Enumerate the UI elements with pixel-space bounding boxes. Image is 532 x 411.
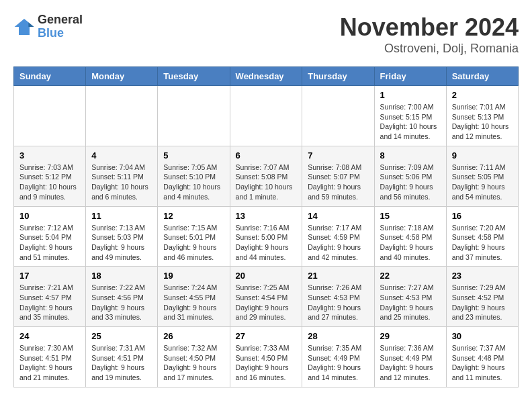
day-info: Sunrise: 7:37 AM Sunset: 4:48 PM Dayligh… xyxy=(452,343,513,383)
calendar-cell: 21Sunrise: 7:26 AM Sunset: 4:53 PM Dayli… xyxy=(302,267,374,327)
day-info: Sunrise: 7:30 AM Sunset: 4:51 PM Dayligh… xyxy=(19,343,80,383)
calendar-cell xyxy=(302,86,374,146)
calendar-cell xyxy=(230,86,302,146)
day-info: Sunrise: 7:27 AM Sunset: 4:53 PM Dayligh… xyxy=(380,283,441,322)
day-number: 15 xyxy=(380,211,441,221)
day-info: Sunrise: 7:01 AM Sunset: 5:13 PM Dayligh… xyxy=(452,102,513,142)
day-number: 2 xyxy=(452,90,513,100)
day-number: 25 xyxy=(91,331,152,341)
day-number: 11 xyxy=(91,211,152,221)
day-info: Sunrise: 7:33 AM Sunset: 4:50 PM Dayligh… xyxy=(236,343,297,383)
day-info: Sunrise: 7:04 AM Sunset: 5:11 PM Dayligh… xyxy=(91,163,152,202)
calendar-cell: 30Sunrise: 7:37 AM Sunset: 4:48 PM Dayli… xyxy=(446,327,518,387)
month-title: November 2024 xyxy=(340,13,519,42)
calendar-cell: 8Sunrise: 7:09 AM Sunset: 5:06 PM Daylig… xyxy=(374,146,446,206)
calendar-cell: 17Sunrise: 7:21 AM Sunset: 4:57 PM Dayli… xyxy=(14,267,86,327)
day-info: Sunrise: 7:18 AM Sunset: 4:58 PM Dayligh… xyxy=(380,223,441,263)
calendar-week-row: 17Sunrise: 7:21 AM Sunset: 4:57 PM Dayli… xyxy=(14,267,519,327)
day-number: 12 xyxy=(163,211,224,221)
title-section: November 2024 Ostroveni, Dolj, Romania xyxy=(340,13,519,56)
calendar-table: SundayMondayTuesdayWednesdayThursdayFrid… xyxy=(13,66,519,387)
calendar-cell xyxy=(14,86,86,146)
calendar-header-tuesday: Tuesday xyxy=(158,67,230,86)
calendar-week-row: 1Sunrise: 7:00 AM Sunset: 5:15 PM Daylig… xyxy=(14,86,519,146)
calendar-cell: 29Sunrise: 7:36 AM Sunset: 4:49 PM Dayli… xyxy=(374,327,446,387)
calendar-header-thursday: Thursday xyxy=(302,67,374,86)
calendar-header-friday: Friday xyxy=(374,67,446,86)
calendar-cell xyxy=(158,86,230,146)
calendar-cell: 18Sunrise: 7:22 AM Sunset: 4:56 PM Dayli… xyxy=(86,267,158,327)
logo: General Blue xyxy=(13,13,83,40)
calendar-header-saturday: Saturday xyxy=(446,67,518,86)
calendar-cell: 7Sunrise: 7:08 AM Sunset: 5:07 PM Daylig… xyxy=(302,146,374,206)
day-number: 27 xyxy=(236,331,297,341)
day-info: Sunrise: 7:00 AM Sunset: 5:15 PM Dayligh… xyxy=(380,102,441,142)
day-number: 1 xyxy=(380,90,441,100)
calendar-cell: 22Sunrise: 7:27 AM Sunset: 4:53 PM Dayli… xyxy=(374,267,446,327)
logo-general-text: General xyxy=(38,13,83,27)
day-info: Sunrise: 7:25 AM Sunset: 4:54 PM Dayligh… xyxy=(236,283,297,322)
day-number: 28 xyxy=(308,331,368,341)
calendar-cell: 26Sunrise: 7:32 AM Sunset: 4:50 PM Dayli… xyxy=(158,327,230,387)
calendar-cell: 10Sunrise: 7:12 AM Sunset: 5:04 PM Dayli… xyxy=(14,206,86,267)
day-number: 30 xyxy=(452,331,513,341)
day-number: 26 xyxy=(163,331,224,341)
day-info: Sunrise: 7:22 AM Sunset: 4:56 PM Dayligh… xyxy=(91,283,152,322)
day-info: Sunrise: 7:07 AM Sunset: 5:08 PM Dayligh… xyxy=(236,163,297,202)
day-number: 6 xyxy=(236,150,297,161)
day-number: 3 xyxy=(19,150,80,161)
location-title: Ostroveni, Dolj, Romania xyxy=(340,42,519,56)
day-number: 7 xyxy=(308,150,368,161)
day-number: 14 xyxy=(308,211,368,221)
day-number: 10 xyxy=(19,211,80,221)
calendar-cell: 5Sunrise: 7:05 AM Sunset: 5:10 PM Daylig… xyxy=(158,146,230,206)
calendar-cell: 3Sunrise: 7:03 AM Sunset: 5:12 PM Daylig… xyxy=(14,146,86,206)
calendar-cell: 24Sunrise: 7:30 AM Sunset: 4:51 PM Dayli… xyxy=(14,327,86,387)
day-number: 24 xyxy=(19,331,80,341)
day-info: Sunrise: 7:31 AM Sunset: 4:51 PM Dayligh… xyxy=(91,343,152,383)
calendar-cell: 11Sunrise: 7:13 AM Sunset: 5:03 PM Dayli… xyxy=(86,206,158,267)
day-info: Sunrise: 7:29 AM Sunset: 4:52 PM Dayligh… xyxy=(452,283,513,322)
calendar-cell: 20Sunrise: 7:25 AM Sunset: 4:54 PM Dayli… xyxy=(230,267,302,327)
day-info: Sunrise: 7:21 AM Sunset: 4:57 PM Dayligh… xyxy=(19,283,80,322)
day-info: Sunrise: 7:16 AM Sunset: 5:00 PM Dayligh… xyxy=(236,223,297,263)
calendar-cell: 2Sunrise: 7:01 AM Sunset: 5:13 PM Daylig… xyxy=(446,86,518,146)
day-info: Sunrise: 7:12 AM Sunset: 5:04 PM Dayligh… xyxy=(19,223,80,263)
day-info: Sunrise: 7:36 AM Sunset: 4:49 PM Dayligh… xyxy=(380,343,441,383)
calendar-cell: 16Sunrise: 7:20 AM Sunset: 4:58 PM Dayli… xyxy=(446,206,518,267)
calendar-header-monday: Monday xyxy=(86,67,158,86)
calendar-cell: 14Sunrise: 7:17 AM Sunset: 4:59 PM Dayli… xyxy=(302,206,374,267)
calendar-cell: 12Sunrise: 7:15 AM Sunset: 5:01 PM Dayli… xyxy=(158,206,230,267)
logo-icon xyxy=(13,16,35,38)
day-number: 5 xyxy=(163,150,224,161)
day-number: 21 xyxy=(308,271,368,281)
day-info: Sunrise: 7:24 AM Sunset: 4:55 PM Dayligh… xyxy=(163,283,224,322)
calendar-cell: 13Sunrise: 7:16 AM Sunset: 5:00 PM Dayli… xyxy=(230,206,302,267)
day-info: Sunrise: 7:32 AM Sunset: 4:50 PM Dayligh… xyxy=(163,343,224,383)
day-number: 19 xyxy=(163,271,224,281)
day-info: Sunrise: 7:09 AM Sunset: 5:06 PM Dayligh… xyxy=(380,163,441,202)
calendar-week-row: 24Sunrise: 7:30 AM Sunset: 4:51 PM Dayli… xyxy=(14,327,519,387)
calendar-week-row: 3Sunrise: 7:03 AM Sunset: 5:12 PM Daylig… xyxy=(14,146,519,206)
day-info: Sunrise: 7:03 AM Sunset: 5:12 PM Dayligh… xyxy=(19,163,80,202)
day-number: 20 xyxy=(236,271,297,281)
logo-blue-text: Blue xyxy=(38,27,83,40)
day-number: 18 xyxy=(91,271,152,281)
calendar-cell: 23Sunrise: 7:29 AM Sunset: 4:52 PM Dayli… xyxy=(446,267,518,327)
calendar-cell: 15Sunrise: 7:18 AM Sunset: 4:58 PM Dayli… xyxy=(374,206,446,267)
day-info: Sunrise: 7:13 AM Sunset: 5:03 PM Dayligh… xyxy=(91,223,152,263)
day-info: Sunrise: 7:17 AM Sunset: 4:59 PM Dayligh… xyxy=(308,223,368,263)
day-info: Sunrise: 7:05 AM Sunset: 5:10 PM Dayligh… xyxy=(163,163,224,202)
day-number: 4 xyxy=(91,150,152,161)
day-number: 17 xyxy=(19,271,80,281)
day-number: 22 xyxy=(380,271,441,281)
calendar-cell: 4Sunrise: 7:04 AM Sunset: 5:11 PM Daylig… xyxy=(86,146,158,206)
day-info: Sunrise: 7:08 AM Sunset: 5:07 PM Dayligh… xyxy=(308,163,368,202)
calendar-cell: 9Sunrise: 7:11 AM Sunset: 5:05 PM Daylig… xyxy=(446,146,518,206)
day-number: 16 xyxy=(452,211,513,221)
day-info: Sunrise: 7:26 AM Sunset: 4:53 PM Dayligh… xyxy=(308,283,368,322)
calendar-cell: 27Sunrise: 7:33 AM Sunset: 4:50 PM Dayli… xyxy=(230,327,302,387)
calendar-cell: 25Sunrise: 7:31 AM Sunset: 4:51 PM Dayli… xyxy=(86,327,158,387)
day-info: Sunrise: 7:15 AM Sunset: 5:01 PM Dayligh… xyxy=(163,223,224,263)
day-number: 8 xyxy=(380,150,441,161)
